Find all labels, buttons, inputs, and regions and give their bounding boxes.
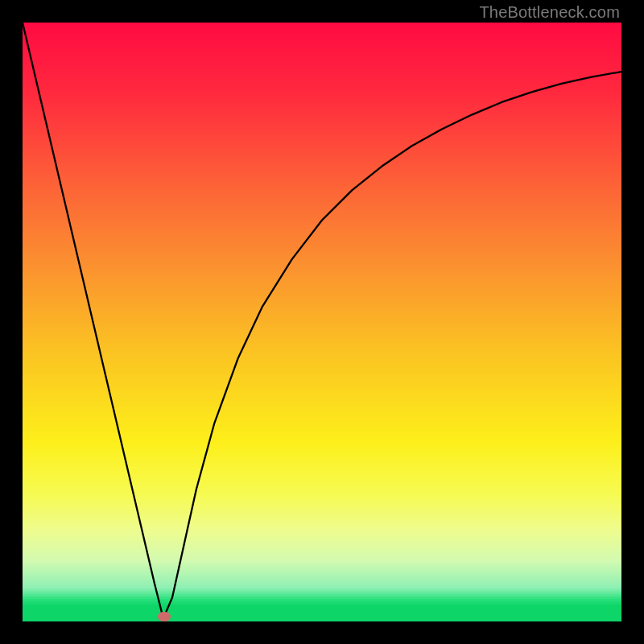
bottleneck-curve (23, 23, 621, 621)
watermark-text: TheBottleneck.com (479, 3, 620, 22)
optimal-point-marker (158, 612, 171, 621)
plot-area (23, 23, 621, 621)
chart-frame: TheBottleneck.com (0, 0, 644, 644)
